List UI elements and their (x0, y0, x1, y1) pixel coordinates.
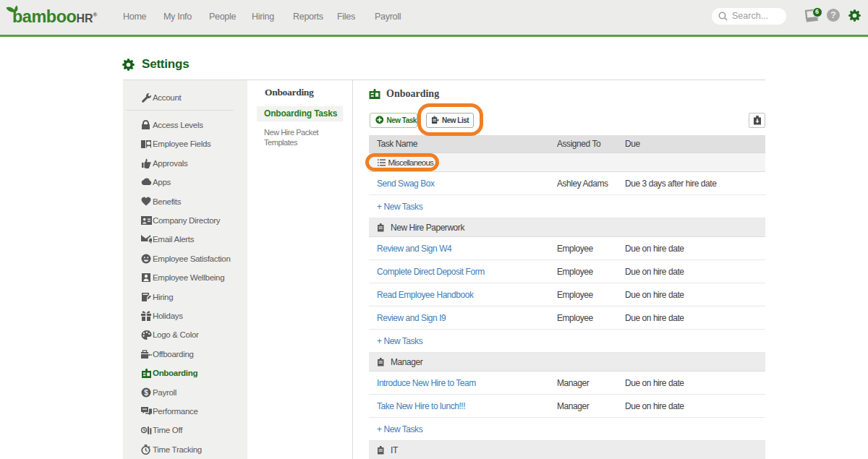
svg-text:$: $ (144, 388, 148, 396)
